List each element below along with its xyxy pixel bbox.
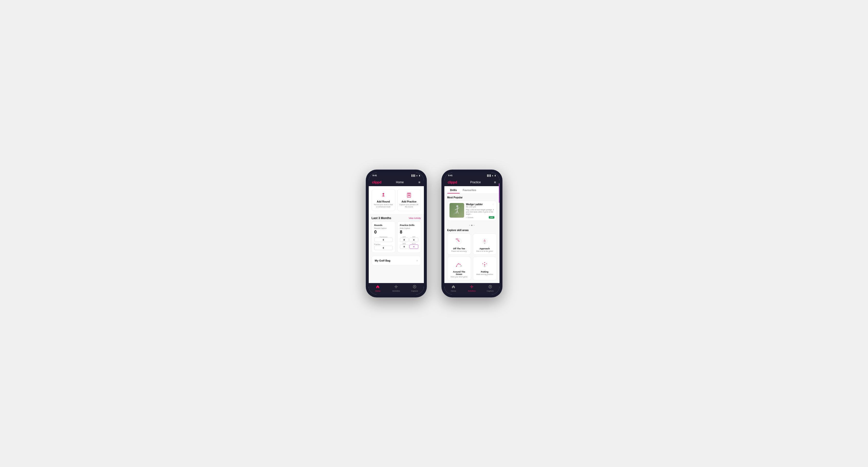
- activities-nav-icon: [394, 285, 398, 289]
- status-time-2: 9:41: [448, 174, 453, 177]
- add-round-title: Add Round: [377, 200, 390, 203]
- home-nav-label-2: Home: [451, 290, 456, 292]
- page-title: Home: [396, 181, 404, 184]
- golf-bag-chevron: ›: [417, 259, 418, 262]
- app-logo-2: clippd: [448, 180, 457, 184]
- drills-top-row: OTT 0 APP 4: [400, 236, 418, 242]
- phone-home: 9:41 ▐▐▐ ▲ ▮ clippd Home ≡: [366, 169, 427, 298]
- add-round-card[interactable]: Add Round Record your shots in fast or e…: [372, 189, 395, 211]
- capture-nav-label: Capture: [411, 290, 418, 292]
- svg-point-36: [460, 264, 461, 265]
- drills-capture-value: 8: [400, 229, 418, 235]
- menu-icon-2[interactable]: ≡: [494, 180, 496, 184]
- rounds-row: Tournament 0: [374, 236, 393, 242]
- skill-around-the-green[interactable]: Around The Green Hone your short game: [447, 257, 471, 280]
- add-practice-card[interactable]: Add Practice Capture your practice off-t…: [397, 189, 421, 211]
- wifi-icon: ▲: [416, 175, 418, 177]
- svg-point-29: [485, 242, 485, 242]
- practice-bottom-nav: Home Activities Capture: [444, 283, 499, 294]
- nav-capture[interactable]: Capture: [405, 285, 424, 292]
- phone-practice: 9:41 ▐▐▐ ▲ ▮ clippd Practice ≡ Drills Fa…: [441, 169, 502, 298]
- home-nav-icon-2: [452, 285, 455, 289]
- most-popular-label: Most Popular: [447, 196, 497, 199]
- dot-3: [473, 225, 475, 226]
- arg-cell: ARG 0: [400, 243, 409, 249]
- svg-point-26: [484, 240, 484, 241]
- tab-drills[interactable]: Drills: [447, 186, 460, 193]
- skill-grid: Off The Tee Power and accuracy: [447, 234, 497, 280]
- skill-putting[interactable]: Putting Make and lag practice: [473, 257, 497, 280]
- practice-drills-card: Practice Drills Drills Capture 8 OTT 0 A…: [397, 221, 421, 253]
- nav-capture-2[interactable]: Capture: [481, 285, 499, 292]
- svg-point-3: [396, 286, 397, 287]
- view-activity-link[interactable]: View Activity: [409, 217, 421, 219]
- practice-drills-title: Practice Drills: [400, 224, 418, 226]
- drill-footer: ○ 9 shots APP: [466, 216, 494, 219]
- stats-section: Rounds Rounds Capture 0 Tournament 0 Pra…: [369, 221, 424, 256]
- explore-section: Explore skill areas: [444, 227, 499, 283]
- svg-point-25: [485, 240, 485, 240]
- app-logo: clippd: [372, 180, 381, 184]
- skill-title-ott: Off The Tee: [453, 247, 465, 250]
- drill-title: Wedge Ladder: [466, 203, 494, 206]
- skill-title-approach: Approach: [479, 247, 490, 250]
- practice-screen-content: Drills Favourites Most Popular: [444, 186, 499, 283]
- svg-point-45: [486, 263, 487, 264]
- golf-bag-section[interactable]: My Golf Bag ›: [372, 256, 421, 266]
- svg-line-13: [454, 208, 459, 215]
- drills-capture-label: Drills Capture: [400, 227, 418, 229]
- carousel-dots: [444, 223, 499, 227]
- drills-bottom-row: ARG 0 PUTT 4: [400, 243, 418, 249]
- svg-line-9: [455, 209, 457, 210]
- practice-row: Practice 0: [374, 244, 393, 250]
- putt-value: 4: [409, 245, 418, 249]
- status-icons: ▐▐▐ ▲ ▮: [411, 175, 420, 177]
- svg-point-34: [456, 266, 457, 267]
- golf-bag-title: My Golf Bag: [375, 259, 391, 262]
- svg-point-7: [456, 205, 458, 207]
- nav-activities-2[interactable]: Activities: [463, 285, 481, 292]
- signal-icon-2: ▐▐▐: [487, 175, 491, 177]
- capture-nav-icon: [413, 285, 416, 289]
- dot-1: [469, 225, 470, 226]
- nav-home-2[interactable]: Home: [444, 285, 463, 292]
- drill-info: Wedge Ladder 50–100 yds Play 1 shot at e…: [466, 203, 494, 219]
- drill-card-wedge-ladder[interactable]: Wedge Ladder 50–100 yds Play 1 shot at e…: [447, 201, 497, 221]
- explore-label: Explore skill areas: [447, 229, 497, 231]
- nav-activities[interactable]: Activities: [387, 285, 405, 292]
- skill-off-the-tee[interactable]: Off The Tee Power and accuracy: [447, 234, 471, 255]
- practice-value: 0: [374, 246, 393, 250]
- skill-desc-putting: Make and lag practice: [476, 274, 493, 275]
- svg-point-43: [484, 262, 485, 263]
- app-cell: APP 4: [409, 236, 418, 242]
- practice-navbar: clippd Practice ≡: [444, 178, 499, 186]
- rounds-title: Rounds: [374, 224, 393, 226]
- dot-2: [471, 225, 472, 226]
- rounds-capture-value: 0: [374, 229, 393, 235]
- menu-icon[interactable]: ≡: [418, 180, 420, 184]
- svg-point-27: [485, 241, 485, 241]
- status-icons-2: ▐▐▐ ▲ ▮: [487, 175, 496, 177]
- putt-cell: PUTT 4: [409, 243, 418, 249]
- around-the-green-icon: [453, 259, 465, 270]
- signal-icon: ▐▐▐: [411, 175, 415, 177]
- status-bar: 9:41 ▐▐▐ ▲ ▮: [369, 173, 424, 178]
- svg-point-22: [457, 238, 458, 239]
- add-round-desc: Record your shots in fast or enhanced mo…: [374, 204, 393, 208]
- tab-favourites[interactable]: Favourites: [460, 186, 479, 193]
- drill-image: [450, 203, 464, 218]
- skill-title-atg: Around The Green: [450, 271, 468, 276]
- drill-star-icon[interactable]: ☆: [492, 203, 494, 206]
- home-screen-content: Add Round Record your shots in fast or e…: [369, 186, 424, 283]
- shots-count: 9 shots: [468, 217, 473, 218]
- app-value: 4: [409, 238, 418, 242]
- skill-desc-approach: Dial-in to hit the green: [476, 250, 493, 252]
- battery-icon: ▮: [419, 175, 420, 177]
- most-popular-section: Most Popular: [444, 194, 499, 223]
- svg-point-21: [457, 238, 457, 239]
- putting-icon: [478, 259, 491, 270]
- skill-approach[interactable]: Approach Dial-in to hit the green: [473, 234, 497, 255]
- drill-image-placeholder: [450, 203, 464, 218]
- nav-home[interactable]: Home: [369, 285, 387, 292]
- skill-desc-ott: Power and accuracy: [451, 250, 467, 252]
